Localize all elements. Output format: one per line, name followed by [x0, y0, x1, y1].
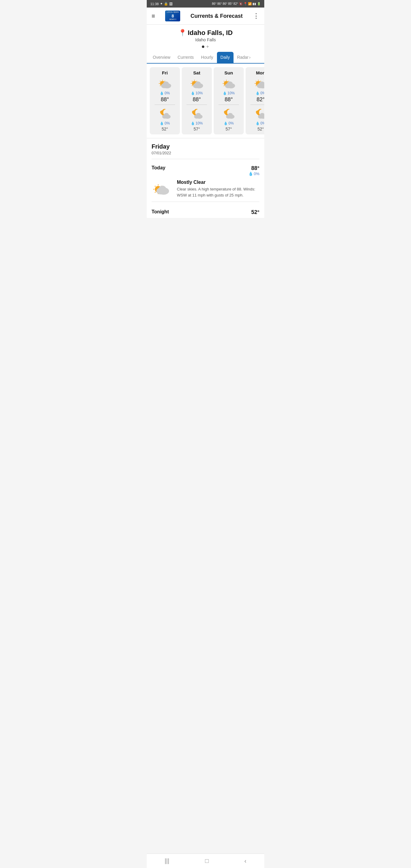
svg-line-86: [155, 186, 156, 187]
night-precip-drop-icon: 💧: [255, 121, 260, 125]
logo-number: 8: [172, 13, 174, 19]
status-time-group: 11:38 ✦ 🔒 🖼: [150, 2, 173, 6]
status-location-icon: 📍: [244, 2, 247, 5]
svg-line-37: [228, 81, 229, 82]
detail-day-name: Friday: [152, 143, 259, 150]
detail-divider-bottom: [152, 202, 259, 202]
today-precip: 💧 0%: [248, 172, 259, 176]
more-options-button[interactable]: ⋮: [253, 12, 259, 20]
daily-cards-container: Fri 💧 0% 88° 💧 0%: [148, 67, 264, 134]
svg-line-35: [224, 81, 224, 82]
night-weather-icon: [189, 107, 204, 120]
app-header: ≡ LOCAL NEWS 8 NEWS 3 Currents & Forecas…: [147, 7, 264, 25]
app-logo: LOCAL NEWS 8 NEWS 3: [165, 10, 180, 22]
night-precip-drop-icon: 💧: [191, 121, 195, 125]
high-temp: 88°: [224, 96, 232, 103]
logo-top-text: LOCAL NEWS: [167, 11, 179, 13]
detail-date: 07/01/2022: [152, 151, 259, 155]
high-temp: 82°: [256, 96, 264, 103]
day-card-sat[interactable]: Sat 💧 10% 88° 💧 10%: [182, 67, 212, 134]
status-right-group: 86° 86° 86° 85° 82° 🔇 📍 📶 ▮▮ 🔋: [212, 2, 261, 5]
tab-overview[interactable]: Overview: [149, 52, 174, 64]
svg-line-50: [256, 81, 256, 82]
precip-drop-icon: 💧: [223, 91, 227, 95]
high-temp: 88°: [161, 96, 169, 103]
today-row: Today 88° 💧 0%: [152, 163, 259, 179]
location-page-dots: +: [152, 44, 259, 50]
day-precip: 💧 0%: [160, 91, 170, 95]
location-pin-icon: 📍: [179, 29, 187, 37]
tab-currents[interactable]: Currents: [174, 52, 197, 64]
tab-radar[interactable]: Radar ›: [233, 52, 254, 64]
svg-point-26: [195, 82, 201, 86]
status-lock-icon: 🔒: [164, 2, 168, 6]
detail-divider-top: [152, 159, 259, 159]
svg-line-89: [155, 192, 156, 193]
status-signal-icon: ▮▮: [253, 2, 256, 5]
today-detail-content: Mostly Clear Clear skies. A high tempera…: [152, 180, 259, 198]
night-precip-drop-icon: 💧: [160, 121, 164, 125]
day-card-mon[interactable]: Mon 💧 0% 82° 💧 0%: [246, 67, 264, 134]
tonight-temp: 52°: [251, 209, 259, 216]
dot-active: [202, 45, 204, 48]
high-temp: 88°: [193, 96, 201, 103]
add-location-button[interactable]: +: [206, 44, 209, 50]
svg-line-23: [192, 86, 193, 86]
today-description: Clear skies. A high temperature of 88. W…: [177, 186, 259, 198]
location-name: 📍 Idaho Falls, ID: [152, 29, 259, 37]
hamburger-menu-button[interactable]: ≡: [152, 13, 155, 20]
precip-drop-icon: 💧: [191, 91, 195, 95]
day-card-fri[interactable]: Fri 💧 0% 88° 💧 0%: [150, 67, 180, 134]
svg-point-44: [228, 113, 232, 116]
day-name: Mon: [256, 70, 264, 75]
logo-bottom-text: NEWS 3: [169, 19, 176, 21]
precip-drop-icon: 💧: [248, 172, 253, 176]
svg-line-52: [260, 81, 261, 82]
status-grid-icon: ✦: [160, 2, 163, 6]
status-mute-icon: 🔇: [239, 2, 243, 5]
today-weather-icon: [152, 180, 173, 198]
day-precip: 💧 10%: [223, 91, 235, 95]
detail-section: Friday 07/01/2022 Today 88° 💧 0%: [147, 138, 264, 218]
status-wifi-icon: 📶: [248, 2, 252, 5]
daily-scroll-area[interactable]: Fri 💧 0% 88° 💧 0%: [147, 64, 264, 138]
today-condition: Mostly Clear: [177, 180, 259, 185]
low-temp: 52°: [161, 127, 168, 131]
radar-chevron-icon: ›: [249, 55, 251, 60]
low-temp: 52°: [257, 127, 264, 131]
day-weather-icon: [157, 76, 172, 90]
low-temp: 57°: [225, 127, 232, 131]
status-bar: 11:38 ✦ 🔒 🖼 86° 86° 86° 85° 82° 🔇 📍 📶 ▮▮…: [147, 0, 264, 7]
svg-line-8: [160, 86, 161, 86]
night-precip: 💧 10%: [191, 121, 203, 125]
card-divider: [218, 104, 239, 105]
svg-point-92: [159, 186, 166, 192]
status-temps: 86° 86° 86° 85° 82°: [212, 2, 238, 5]
card-divider: [187, 104, 207, 105]
card-divider: [155, 104, 175, 105]
day-card-sun[interactable]: Sun 💧 10% 88° 💧 0%: [214, 67, 244, 134]
day-precip: 💧 10%: [191, 91, 203, 95]
day-name: Sun: [224, 70, 233, 75]
status-time: 11:38: [150, 2, 159, 6]
night-weather-icon: [221, 107, 236, 120]
svg-line-7: [164, 81, 165, 82]
day-weather-icon: [221, 76, 236, 90]
night-precip: 💧 0%: [224, 121, 233, 125]
svg-point-11: [163, 82, 169, 86]
day-weather-icon: [253, 76, 264, 90]
tab-hourly[interactable]: Hourly: [197, 52, 217, 64]
tonight-label: Tonight: [152, 209, 169, 215]
svg-line-38: [224, 86, 224, 86]
location-sublabel: Idaho Falls: [152, 37, 259, 42]
tab-daily[interactable]: Daily: [217, 52, 233, 64]
svg-line-20: [192, 81, 193, 82]
night-weather-icon: [157, 107, 172, 120]
status-battery-icon: 🔋: [257, 2, 261, 5]
location-city: Idaho Falls, ID: [188, 29, 232, 37]
day-name: Sat: [193, 70, 200, 75]
svg-line-22: [196, 81, 197, 82]
svg-point-29: [196, 113, 201, 116]
night-weather-icon: [253, 107, 264, 120]
page-title: Currents & Forecast: [190, 13, 243, 19]
